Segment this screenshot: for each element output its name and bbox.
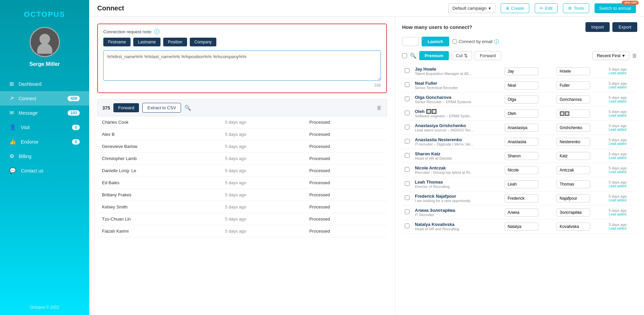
sidebar-item-dashboard[interactable]: ⊞ Dashboard	[0, 77, 89, 91]
contact-row[interactable]: Anastasiya Grishchenko Lead talent sourc…	[402, 121, 637, 135]
contact-checkbox[interactable]	[405, 82, 409, 87]
contact-lastname-cell[interactable]	[554, 92, 606, 107]
contact-row[interactable]: Natalya Kovalivska Head of HR and Recrui…	[402, 220, 637, 234]
contact-checkbox[interactable]	[405, 68, 409, 73]
contact-lastname-input[interactable]	[557, 67, 590, 75]
contact-checkbox[interactable]	[405, 167, 409, 172]
contact-firstname-cell[interactable]	[502, 107, 554, 121]
contact-row[interactable]: Nicole Antczak Recruiter - Driving top t…	[402, 163, 637, 177]
contact-lastname-input[interactable]	[557, 180, 590, 188]
sidebar-item-billing[interactable]: ⚙ Billing	[0, 149, 89, 163]
leads-delete-button[interactable]: 🗑	[377, 105, 382, 111]
edit-button[interactable]: ✏ Edit	[535, 3, 558, 13]
contact-lastname-cell[interactable]	[554, 149, 606, 163]
firstname-tag[interactable]: Firstname	[103, 38, 131, 46]
contact-lastname-cell[interactable]	[554, 121, 606, 135]
contact-firstname-input[interactable]	[505, 166, 538, 174]
contact-lastname-cell[interactable]	[554, 78, 606, 92]
leads-table-row[interactable]: Kelsey Smith 5 days ago Processed	[97, 201, 387, 213]
contact-row[interactable]: Frederick Najafpour I am looking for a n…	[402, 191, 637, 205]
contact-lastname-input[interactable]	[557, 208, 590, 216]
contact-checkbox[interactable]	[405, 224, 409, 228]
leads-table-row[interactable]: Brittany Frakes 5 days ago Processed	[97, 189, 387, 201]
contact-firstname-cell[interactable]	[502, 149, 554, 163]
sidebar-item-visit[interactable]: 👤 Visit 0	[0, 120, 89, 134]
select-all-checkbox[interactable]	[402, 53, 407, 58]
contact-checkbox[interactable]	[405, 209, 409, 214]
leads-table-row[interactable]: Faizah Karimi 5 days ago Processed	[97, 225, 387, 237]
contact-lastname-input[interactable]	[557, 95, 590, 104]
contact-lastname-cell[interactable]	[554, 163, 606, 177]
contact-row[interactable]: Leah Thomas Director of Recruiting 5 day…	[402, 177, 637, 191]
contact-row[interactable]: Anastasiia Nesterenko IT-recruiter – Dig…	[402, 135, 637, 149]
contact-firstname-input[interactable]	[505, 138, 538, 146]
contact-firstname-input[interactable]	[505, 110, 538, 118]
contact-lastname-input[interactable]	[557, 81, 590, 89]
cut-button[interactable]: Cut ⇅	[452, 51, 472, 60]
contact-lastname-cell[interactable]	[554, 177, 606, 191]
contact-firstname-input[interactable]	[505, 194, 538, 202]
connect-email-checkbox[interactable]	[453, 39, 457, 44]
contact-lastname-input[interactable]	[557, 194, 590, 202]
sidebar-item-contact-us[interactable]: 💬 Contact us	[0, 163, 89, 178]
contact-row[interactable]: Sharon Katz Head of HR at Deloitte 5 day…	[402, 149, 637, 163]
forward-leads-button[interactable]: Forward	[113, 103, 139, 112]
contact-firstname-cell[interactable]	[502, 78, 554, 92]
contact-firstname-input[interactable]	[505, 95, 538, 104]
contact-firstname-cell[interactable]	[502, 135, 554, 149]
contact-firstname-input[interactable]	[505, 152, 538, 160]
contact-lastname-cell[interactable]	[554, 64, 606, 78]
contact-row[interactable]: Olga Goncharova Senior Recruiter – EPAM …	[402, 92, 637, 107]
connect-number-input[interactable]	[402, 37, 419, 46]
contact-checkbox[interactable]	[405, 111, 409, 115]
contact-firstname-input[interactable]	[505, 81, 538, 89]
contact-checkbox[interactable]	[405, 125, 409, 129]
contact-firstname-cell[interactable]	[502, 205, 554, 220]
recent-first-button[interactable]: Recent First ▾	[593, 51, 629, 60]
leads-table-row[interactable]: Tzu-Chuan Lin 5 days ago Processed	[97, 213, 387, 225]
contact-lastname-cell[interactable]	[554, 191, 606, 205]
import-button[interactable]: Import	[585, 22, 610, 32]
contact-lastname-cell[interactable]	[554, 135, 606, 149]
sidebar-item-endorse[interactable]: 👍 Endorse 0	[0, 134, 89, 149]
contact-firstname-input[interactable]	[505, 67, 538, 75]
create-button[interactable]: ⊕ Create	[501, 3, 529, 13]
switch-annual-button[interactable]: Switch to annual -35% OFF	[595, 3, 636, 13]
campaign-selector[interactable]: Default campaign ▾	[448, 3, 495, 13]
sidebar-item-connect[interactable]: ↗ Connect 409	[0, 91, 89, 106]
contact-lastname-input[interactable]	[557, 124, 590, 132]
premium-filter-button[interactable]: Premium	[419, 51, 449, 60]
contact-lastname-input[interactable]	[557, 138, 590, 146]
note-textarea[interactable]: %%first_name%% %%last_name%% %%position%…	[103, 50, 381, 81]
leads-table-row[interactable]: Charles Cook 5 days ago Processed	[97, 116, 387, 128]
contact-firstname-cell[interactable]	[502, 177, 554, 191]
contact-firstname-input[interactable]	[505, 124, 538, 132]
filter-delete-button[interactable]: 🗑	[632, 53, 637, 59]
leads-table-row[interactable]: Alex B 5 days ago Processed	[97, 128, 387, 141]
leads-table-row[interactable]: Genevieve Barlow 5 days ago Processed	[97, 141, 387, 153]
contact-lastname-cell[interactable]	[554, 205, 606, 220]
contact-lastname-input[interactable]	[557, 110, 590, 118]
lastname-tag[interactable]: Lastname	[133, 38, 160, 46]
contact-firstname-input[interactable]	[505, 180, 538, 188]
filter-search-button[interactable]: 🔍	[410, 52, 417, 59]
launch-button[interactable]: Launch	[422, 37, 449, 46]
tools-button[interactable]: ⚙ Tools	[563, 3, 589, 13]
contact-row[interactable]: Oleh 🔲🔲 Software engineer – EPAM Syste..…	[402, 107, 637, 121]
contact-firstname-cell[interactable]	[502, 220, 554, 234]
leads-table-row[interactable]: Christopher Lamb 5 days ago Processed	[97, 153, 387, 165]
contact-firstname-cell[interactable]	[502, 163, 554, 177]
contact-lastname-input[interactable]	[557, 223, 590, 231]
leads-search-button[interactable]: 🔍	[184, 105, 191, 111]
contact-row[interactable]: Neal Fuller Senior Technical Recruiter 5…	[402, 78, 637, 92]
contact-firstname-cell[interactable]	[502, 92, 554, 107]
contact-firstname-input[interactable]	[505, 208, 538, 216]
contact-checkbox[interactable]	[405, 181, 409, 186]
contact-checkbox[interactable]	[405, 139, 409, 144]
contact-checkbox[interactable]	[405, 195, 409, 200]
contact-firstname-cell[interactable]	[502, 121, 554, 135]
leads-table-row[interactable]: Danielle Long- Le 5 days ago Processed	[97, 165, 387, 177]
contact-firstname-cell[interactable]	[502, 191, 554, 205]
contact-checkbox[interactable]	[405, 96, 409, 101]
leads-table-row[interactable]: Ed Bales 5 days ago Processed	[97, 177, 387, 189]
